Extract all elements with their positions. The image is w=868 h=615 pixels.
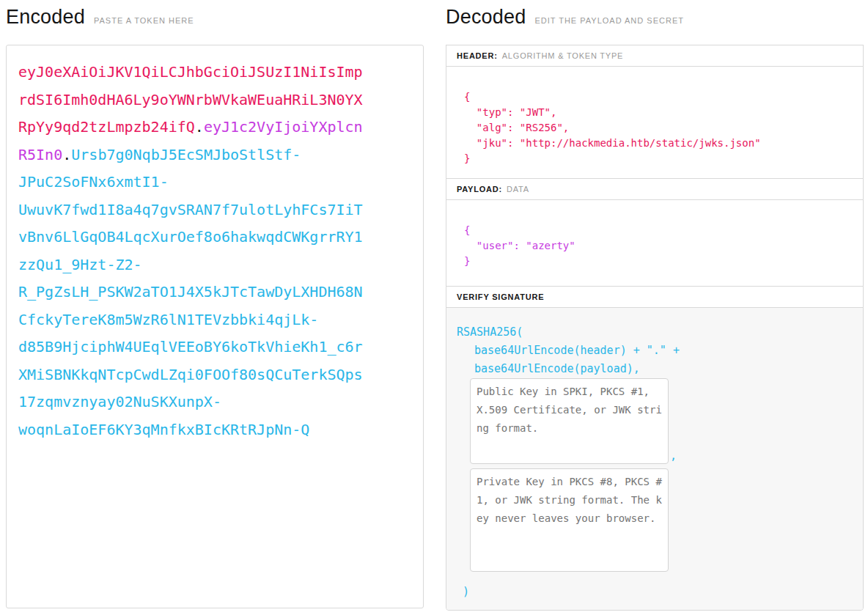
signature-encode-header-line: base64UrlEncode(header) + "." +	[474, 342, 853, 360]
encoded-panel: Encoded PASTE A TOKEN HERE eyJ0eXAiOiJKV…	[6, 6, 424, 611]
token-signature-part[interactable]: Ursb7g0NqbJ5EcSMJboStlStf-JPuC2SoFNx6xmt…	[18, 146, 363, 438]
verify-signature-label: VERIFY SIGNATURE	[457, 292, 544, 301]
encoded-title: Encoded	[6, 6, 85, 29]
decoded-subtitle: EDIT THE PAYLOAD AND SECRET	[534, 16, 683, 25]
public-key-input[interactable]	[470, 378, 669, 464]
verify-signature-body: RSASHA256( base64UrlEncode(header) + "."…	[446, 308, 863, 610]
private-key-row	[470, 468, 853, 572]
token-separator-1: .	[195, 118, 204, 136]
payload-json-editor[interactable]: { "user": "azerty" }	[446, 200, 863, 286]
jwt-token-text[interactable]: eyJ0eXAiOiJKV1QiLCJhbGciOiJSUzI1NiIsImpr…	[18, 59, 367, 443]
signature-algorithm-line: RSASHA256(	[457, 323, 853, 342]
payload-section: PAYLOAD: DATA { "user": "azerty" }	[446, 178, 864, 287]
signature-encode-payload-line: base64UrlEncode(payload),	[474, 360, 853, 378]
public-key-row: ,	[470, 378, 853, 464]
private-key-input[interactable]	[470, 468, 669, 572]
payload-label: PAYLOAD:	[457, 185, 502, 194]
jwt-debugger-page: Encoded PASTE A TOKEN HERE eyJ0eXAiOiJKV…	[0, 0, 868, 615]
decoded-panel-header: Decoded EDIT THE PAYLOAD AND SECRET	[446, 6, 864, 34]
payload-sublabel: DATA	[507, 185, 529, 194]
signature-comma: ,	[670, 448, 677, 464]
encoded-panel-header: Encoded PASTE A TOKEN HERE	[6, 6, 424, 34]
header-section-label: HEADER: ALGORITHM & TOKEN TYPE	[446, 45, 863, 67]
encoded-subtitle: PASTE A TOKEN HERE	[94, 16, 194, 25]
encoded-token-editor[interactable]: eyJ0eXAiOiJKV1QiLCJhbGciOiJSUzI1NiIsImpr…	[6, 45, 424, 608]
header-json-editor[interactable]: { "typ": "JWT", "alg": "RS256", "jku": "…	[446, 67, 863, 178]
verify-signature-label-row: VERIFY SIGNATURE	[446, 287, 863, 308]
signature-closing-paren: )	[463, 583, 853, 601]
payload-section-label: PAYLOAD: DATA	[446, 179, 863, 200]
token-separator-2: .	[62, 146, 71, 163]
header-label: HEADER:	[457, 51, 498, 60]
header-section: HEADER: ALGORITHM & TOKEN TYPE { "typ": …	[446, 45, 864, 179]
decoded-panel: Decoded EDIT THE PAYLOAD AND SECRET HEAD…	[446, 6, 864, 611]
header-sublabel: ALGORITHM & TOKEN TYPE	[502, 51, 624, 60]
verify-signature-section: VERIFY SIGNATURE RSASHA256( base64UrlEnc…	[446, 286, 864, 611]
decoded-title: Decoded	[446, 6, 526, 29]
